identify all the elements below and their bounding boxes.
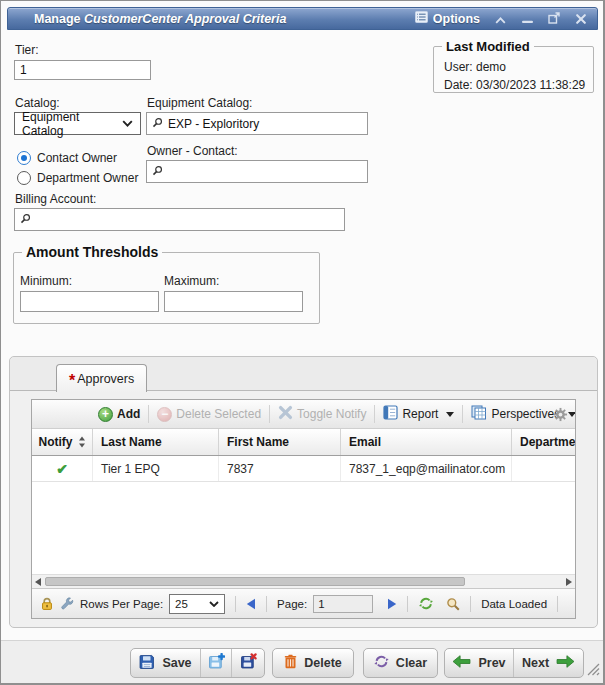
last-modified-date: Date: 03/30/2023 11:38:29 — [444, 78, 585, 92]
last-modified-fieldset: Last Modified User: demo Date: 03/30/202… — [433, 39, 594, 93]
clear-button[interactable]: Clear — [363, 648, 438, 678]
department-owner-radio[interactable]: Department Owner — [17, 171, 138, 185]
grid-empty-area — [32, 482, 575, 574]
lock-icon[interactable] — [40, 597, 54, 611]
column-header-first-name[interactable]: First Name — [219, 429, 341, 455]
horizontal-scrollbar[interactable] — [32, 574, 575, 588]
save-close-floppy-icon — [240, 653, 257, 673]
next-page-button[interactable] — [387, 598, 397, 610]
popout-button[interactable] — [547, 12, 561, 26]
approvers-grid: + Add − Delete Selected Toggle Notify Re… — [31, 399, 576, 619]
page-label: Page: — [277, 598, 307, 610]
tier-input[interactable] — [14, 60, 151, 80]
gear-icon — [553, 407, 568, 426]
tier-label: Tier: — [15, 43, 39, 57]
delete-selected-button[interactable]: − Delete Selected — [155, 407, 263, 422]
trash-icon — [284, 654, 297, 672]
notify-check-icon: ✔ — [56, 461, 68, 477]
grid-settings-button[interactable] — [553, 407, 568, 426]
window-titlebar: Manage CustomerCenter Approval Criteria … — [7, 7, 598, 30]
close-icon — [576, 10, 586, 28]
equipment-catalog-input[interactable]: EXP - Exploritory — [146, 112, 368, 135]
equipment-catalog-label: Equipment Catalog: — [147, 96, 252, 110]
last-modified-user: User: demo — [444, 60, 506, 74]
wrench-icon[interactable] — [60, 597, 74, 611]
add-icon: + — [98, 407, 113, 422]
tab-approvers[interactable]: * Approvers — [56, 364, 147, 392]
prev-button[interactable]: Prev — [445, 649, 514, 677]
options-button[interactable]: Options — [415, 11, 480, 26]
tab-approvers-label: Approvers — [77, 372, 134, 386]
search-icon — [152, 165, 163, 179]
save-add-floppy-icon — [208, 653, 225, 673]
collapse-button[interactable] — [493, 12, 507, 26]
chevron-down-icon — [446, 412, 454, 417]
column-header-notify[interactable]: Notify — [32, 429, 93, 455]
radio-selected-icon — [17, 151, 31, 165]
minimum-input[interactable] — [20, 291, 159, 312]
delete-selected-icon: − — [157, 407, 172, 422]
close-button[interactable] — [574, 12, 588, 26]
cell-first-name: 7837 — [219, 456, 341, 481]
save-and-close-button[interactable] — [232, 649, 264, 677]
catalog-select[interactable]: Equipment Catalog — [14, 112, 141, 135]
popout-icon — [548, 10, 560, 28]
approval-criteria-window: Manage CustomerCenter Approval Criteria … — [0, 0, 605, 685]
rows-per-page-value: 25 — [175, 598, 188, 610]
billing-account-label: Billing Account: — [15, 192, 96, 206]
save-and-add-button[interactable] — [201, 649, 233, 677]
scrollbar-thumb[interactable] — [45, 577, 465, 586]
arrow-left-icon — [452, 654, 471, 672]
chevron-down-icon — [209, 601, 219, 607]
required-marker: * — [69, 376, 75, 386]
options-list-icon — [415, 11, 428, 26]
column-header-department[interactable]: Department — [512, 429, 576, 455]
maximum-label: Maximum: — [164, 274, 219, 288]
next-button[interactable]: Next — [514, 649, 583, 677]
amount-thresholds-fieldset: Amount Thresholds Minimum: Maximum: — [13, 244, 320, 324]
toggle-notify-icon — [278, 405, 293, 423]
owner-contact-input[interactable] — [146, 160, 368, 183]
grid-pager: Rows Per Page: 25 Page: Data Loaded — [32, 588, 575, 618]
window-title: Manage CustomerCenter Approval Criteria — [34, 12, 286, 26]
perspectives-icon — [471, 405, 487, 423]
save-button[interactable]: Save — [131, 649, 201, 677]
refresh-button[interactable] — [418, 596, 434, 611]
scroll-left-arrow-icon[interactable] — [32, 575, 44, 589]
page-input[interactable] — [313, 595, 373, 613]
rows-per-page-select[interactable]: 25 — [169, 594, 225, 614]
delete-button[interactable]: Delete — [272, 648, 354, 678]
owner-contact-label: Owner - Contact: — [147, 144, 238, 158]
prev-page-button[interactable] — [246, 598, 256, 610]
search-icon — [152, 117, 163, 131]
column-header-email[interactable]: Email — [341, 429, 512, 455]
scroll-right-arrow-icon[interactable] — [563, 575, 575, 589]
cell-email: 7837_1_eqp@mailinator.com — [341, 456, 512, 481]
minimize-button[interactable] — [520, 12, 534, 26]
table-row[interactable]: ✔ Tier 1 EPQ 7837 7837_1_eqp@mailinator.… — [32, 456, 575, 482]
resize-grip[interactable] — [587, 662, 600, 680]
billing-account-input[interactable] — [14, 208, 345, 231]
catalog-select-value: Equipment Catalog — [22, 110, 122, 138]
status-text: Data Loaded — [481, 598, 547, 610]
grid-header-row: Notify Last Name First Name Email Depart… — [32, 429, 575, 456]
maximum-input[interactable] — [164, 291, 303, 312]
clear-refresh-icon — [374, 654, 389, 672]
amount-thresholds-legend: Amount Thresholds — [22, 244, 162, 260]
search-button[interactable] — [446, 597, 460, 611]
grid-toolbar: + Add − Delete Selected Toggle Notify Re… — [32, 400, 575, 429]
last-modified-legend: Last Modified — [442, 39, 534, 54]
add-button[interactable]: + Add — [96, 407, 142, 422]
column-header-last-name[interactable]: Last Name — [93, 429, 219, 455]
contact-owner-label: Contact Owner — [37, 151, 117, 165]
search-icon — [20, 213, 31, 227]
toggle-notify-button[interactable]: Toggle Notify — [276, 405, 368, 423]
report-button[interactable]: Report — [381, 405, 456, 423]
catalog-label: Catalog: — [15, 96, 60, 110]
chevron-down-icon — [568, 412, 576, 417]
cell-last-name: Tier 1 EPQ — [93, 456, 219, 481]
report-icon — [383, 405, 398, 423]
department-owner-label: Department Owner — [37, 171, 138, 185]
minimum-label: Minimum: — [20, 274, 72, 288]
contact-owner-radio[interactable]: Contact Owner — [17, 151, 117, 165]
